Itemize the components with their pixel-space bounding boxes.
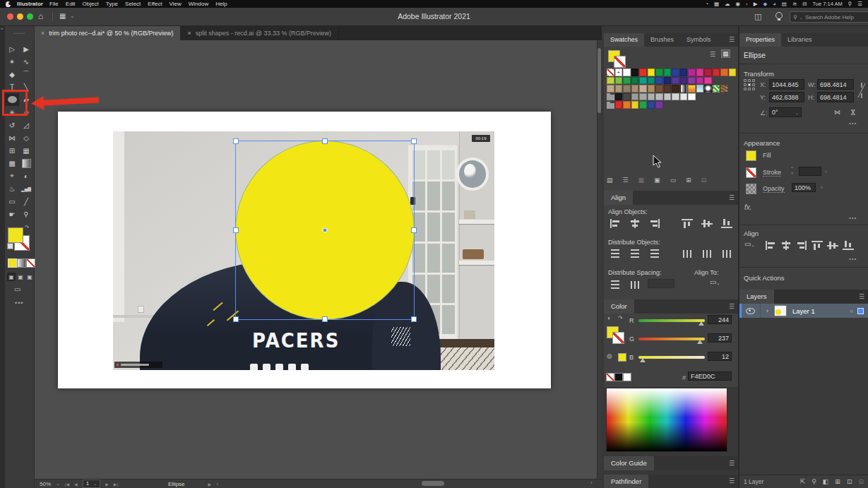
swatch[interactable] [664,85,672,93]
swatch[interactable] [680,69,688,76]
direct-selection-tool[interactable]: ▶ [19,42,33,55]
collect-export-icon[interactable]: ⇱ [800,478,806,485]
h-field[interactable]: 698.4814 [817,92,854,102]
swatch-libraries-icon[interactable]: ▤ [607,177,613,184]
draw-normal-icon[interactable]: ▣ [7,273,16,281]
tab-color[interactable]: Color [604,299,634,314]
status-icon-battery[interactable]: ⊟ [802,1,807,7]
grayscale-icon[interactable]: ◍ [607,352,612,359]
swatches-menu-icon[interactable]: ☰ [729,36,735,43]
selection-center-point[interactable] [323,228,328,233]
stroke-proxy-swatch[interactable] [612,332,624,344]
none-button[interactable] [26,258,35,268]
swatch-group-folder-icon[interactable] [607,95,614,100]
collapse-toolbar-icon[interactable]: « [1,26,3,30]
menu-object[interactable]: Object [83,1,99,7]
slice-tool[interactable]: ╱ [19,195,33,208]
magic-wand-tool[interactable]: ✶ [5,55,19,68]
spacing-value-field[interactable] [648,279,674,288]
slider-track[interactable] [638,338,705,340]
fill-color-swatch[interactable] [8,227,23,243]
blend-tool[interactable]: ◐ [19,169,33,182]
menu-edit[interactable]: Edit [66,1,76,7]
align-more-options[interactable]: ••• [849,256,857,262]
menu-select[interactable]: Select [125,1,141,7]
swatch[interactable] [639,93,647,101]
control-center-icon[interactable]: ☰ [857,1,862,7]
app-menu[interactable]: Illustrator [17,1,43,7]
width-tool[interactable]: ⋈ [5,131,19,144]
y-field[interactable]: 462.6388 [769,92,804,102]
swatch[interactable] [655,77,663,85]
column-graph-tool[interactable]: ▂▅▇ [19,182,33,195]
align-button-h-r[interactable] [795,239,809,251]
swatch[interactable] [688,69,696,76]
status-icon-cloud[interactable]: ☁ [725,1,730,7]
expand-layer-icon[interactable]: › [766,307,768,314]
status-icon-wifi[interactable]: ≋ [792,1,797,7]
align-button-h-c[interactable] [779,239,793,251]
perspective-grid-tool[interactable]: ▦ [19,144,33,157]
zoom-level[interactable]: 50% [40,481,51,487]
status-expand-icon[interactable]: ▶ [208,482,212,487]
swatch[interactable] [713,85,720,93]
swatch[interactable] [648,101,655,109]
appearance-more-options[interactable]: ••• [849,215,857,221]
horizontal-scrollbar-arrow[interactable]: › [590,480,593,486]
tab-close-icon[interactable]: × [187,30,191,37]
selection-handle[interactable] [411,227,417,233]
swatch[interactable] [615,85,623,93]
visibility-eye-icon[interactable] [746,308,755,314]
artboard-number-field[interactable]: 1 ⌄ [83,480,100,488]
flip-horizontal-icon[interactable]: ⋈ [834,109,840,116]
align-button-h-l[interactable] [763,239,778,251]
swatch[interactable] [672,85,679,93]
layer-thumbnail[interactable] [774,305,787,316]
align-button-h-r[interactable] [646,216,663,230]
tab-pathfinder[interactable]: Pathfinder [604,475,648,488]
swatch[interactable] [623,101,631,109]
tab-swatches[interactable]: Swatches [604,33,644,47]
swatch[interactable] [623,69,631,76]
align-to-dropdown[interactable]: ▭⌄ [710,278,720,286]
grid-view-icon[interactable]: ▦ [721,49,730,58]
apple-menu-icon[interactable] [6,1,11,7]
swatch[interactable] [631,69,639,76]
zoom-tool[interactable]: ⚲ [19,208,33,220]
selection-bounding-box[interactable] [235,141,415,320]
swatch-options-icon[interactable]: ▦ [638,177,645,184]
invert-color-icon[interactable]: ◑ [607,315,610,321]
status-icon-moon[interactable]: ◔ [705,1,708,7]
placed-photo[interactable]: PACERS 00:19 [113,131,494,370]
swatch[interactable] [615,77,623,85]
stroke-proxy-swatch[interactable] [614,56,626,68]
tab-libraries[interactable]: Libraries [781,33,819,47]
reference-point-selector[interactable] [744,79,755,90]
next-artboard-icon[interactable]: ▶ [105,482,109,487]
list-view-icon[interactable]: ☰ [710,51,715,58]
align-button-h-c[interactable] [626,216,643,230]
align-button-dv[interactable] [626,246,643,261]
menubar-clock[interactable]: Tue 7:14 AM [813,1,843,7]
swatch[interactable] [655,101,663,109]
toolbar-grip[interactable]: •••••• [5,31,34,35]
selection-handle[interactable] [411,138,417,144]
tab-properties[interactable]: Properties [739,33,781,47]
spotlight-icon[interactable]: ⚲ [848,1,852,7]
color-spectrum[interactable] [606,388,727,452]
gradient-button[interactable] [17,258,26,268]
swatch[interactable] [648,69,655,76]
tab-align[interactable]: Align [604,191,633,205]
mesh-tool[interactable]: ▩ [5,157,19,169]
swatch[interactable] [655,85,663,93]
swatch[interactable] [631,77,639,85]
new-color-group-icon[interactable]: ▣ [654,177,660,184]
constrain-proportions-icon[interactable] [857,81,866,100]
swatch[interactable] [696,77,704,85]
symbol-sprayer-tool[interactable]: ♨ [5,182,19,195]
curvature-tool[interactable]: ⌒ [19,68,33,81]
stroke-weight-stepper[interactable]: ⌃⌄ [790,167,794,174]
swatch[interactable] [704,77,712,85]
new-layer-icon[interactable]: ⊡ [847,478,852,485]
swatch[interactable] [639,77,647,85]
